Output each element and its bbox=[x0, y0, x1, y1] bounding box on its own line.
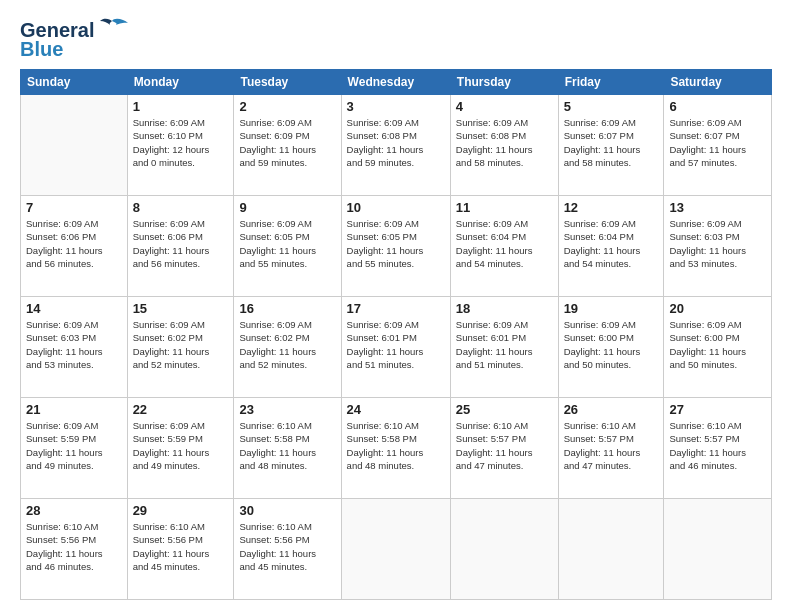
day-info: Sunrise: 6:09 AMSunset: 6:09 PMDaylight:… bbox=[239, 116, 335, 169]
day-info: Sunrise: 6:09 AMSunset: 6:05 PMDaylight:… bbox=[239, 217, 335, 270]
day-info: Sunrise: 6:09 AMSunset: 6:00 PMDaylight:… bbox=[669, 318, 766, 371]
day-cell: 24Sunrise: 6:10 AMSunset: 5:58 PMDayligh… bbox=[341, 398, 450, 499]
day-cell: 30Sunrise: 6:10 AMSunset: 5:56 PMDayligh… bbox=[234, 499, 341, 600]
week-row-3: 14Sunrise: 6:09 AMSunset: 6:03 PMDayligh… bbox=[21, 297, 772, 398]
day-cell: 26Sunrise: 6:10 AMSunset: 5:57 PMDayligh… bbox=[558, 398, 664, 499]
weekday-header-row: SundayMondayTuesdayWednesdayThursdayFrid… bbox=[21, 70, 772, 95]
day-number: 4 bbox=[456, 99, 553, 114]
header: General Blue bbox=[20, 18, 772, 61]
day-cell: 20Sunrise: 6:09 AMSunset: 6:00 PMDayligh… bbox=[664, 297, 772, 398]
weekday-header-friday: Friday bbox=[558, 70, 664, 95]
weekday-header-sunday: Sunday bbox=[21, 70, 128, 95]
day-cell: 23Sunrise: 6:10 AMSunset: 5:58 PMDayligh… bbox=[234, 398, 341, 499]
week-row-5: 28Sunrise: 6:10 AMSunset: 5:56 PMDayligh… bbox=[21, 499, 772, 600]
day-info: Sunrise: 6:09 AMSunset: 6:04 PMDaylight:… bbox=[564, 217, 659, 270]
day-cell bbox=[341, 499, 450, 600]
day-info: Sunrise: 6:09 AMSunset: 6:07 PMDaylight:… bbox=[564, 116, 659, 169]
day-info: Sunrise: 6:09 AMSunset: 6:03 PMDaylight:… bbox=[669, 217, 766, 270]
day-number: 1 bbox=[133, 99, 229, 114]
logo: General Blue bbox=[20, 18, 128, 61]
day-number: 25 bbox=[456, 402, 553, 417]
day-info: Sunrise: 6:09 AMSunset: 6:02 PMDaylight:… bbox=[133, 318, 229, 371]
day-number: 27 bbox=[669, 402, 766, 417]
day-number: 20 bbox=[669, 301, 766, 316]
day-number: 7 bbox=[26, 200, 122, 215]
day-cell bbox=[450, 499, 558, 600]
day-info: Sunrise: 6:09 AMSunset: 6:04 PMDaylight:… bbox=[456, 217, 553, 270]
day-info: Sunrise: 6:09 AMSunset: 6:06 PMDaylight:… bbox=[133, 217, 229, 270]
weekday-header-thursday: Thursday bbox=[450, 70, 558, 95]
day-number: 18 bbox=[456, 301, 553, 316]
day-number: 2 bbox=[239, 99, 335, 114]
day-info: Sunrise: 6:09 AMSunset: 6:03 PMDaylight:… bbox=[26, 318, 122, 371]
day-cell: 27Sunrise: 6:10 AMSunset: 5:57 PMDayligh… bbox=[664, 398, 772, 499]
day-info: Sunrise: 6:10 AMSunset: 5:57 PMDaylight:… bbox=[564, 419, 659, 472]
day-cell: 1Sunrise: 6:09 AMSunset: 6:10 PMDaylight… bbox=[127, 95, 234, 196]
logo-blue-text: Blue bbox=[20, 38, 63, 60]
day-number: 19 bbox=[564, 301, 659, 316]
weekday-header-tuesday: Tuesday bbox=[234, 70, 341, 95]
day-info: Sunrise: 6:09 AMSunset: 6:01 PMDaylight:… bbox=[456, 318, 553, 371]
day-info: Sunrise: 6:09 AMSunset: 6:08 PMDaylight:… bbox=[347, 116, 445, 169]
day-cell: 22Sunrise: 6:09 AMSunset: 5:59 PMDayligh… bbox=[127, 398, 234, 499]
day-number: 12 bbox=[564, 200, 659, 215]
day-number: 28 bbox=[26, 503, 122, 518]
page: General Blue SundayMondayTuesdayWednesda… bbox=[0, 0, 792, 612]
week-row-4: 21Sunrise: 6:09 AMSunset: 5:59 PMDayligh… bbox=[21, 398, 772, 499]
day-cell: 5Sunrise: 6:09 AMSunset: 6:07 PMDaylight… bbox=[558, 95, 664, 196]
day-cell: 2Sunrise: 6:09 AMSunset: 6:09 PMDaylight… bbox=[234, 95, 341, 196]
weekday-header-monday: Monday bbox=[127, 70, 234, 95]
day-cell bbox=[558, 499, 664, 600]
day-number: 24 bbox=[347, 402, 445, 417]
day-info: Sunrise: 6:09 AMSunset: 6:01 PMDaylight:… bbox=[347, 318, 445, 371]
day-info: Sunrise: 6:09 AMSunset: 6:05 PMDaylight:… bbox=[347, 217, 445, 270]
day-number: 11 bbox=[456, 200, 553, 215]
day-info: Sunrise: 6:10 AMSunset: 5:56 PMDaylight:… bbox=[26, 520, 122, 573]
day-cell: 21Sunrise: 6:09 AMSunset: 5:59 PMDayligh… bbox=[21, 398, 128, 499]
day-number: 9 bbox=[239, 200, 335, 215]
day-info: Sunrise: 6:09 AMSunset: 5:59 PMDaylight:… bbox=[26, 419, 122, 472]
calendar-table: SundayMondayTuesdayWednesdayThursdayFrid… bbox=[20, 69, 772, 600]
day-cell: 18Sunrise: 6:09 AMSunset: 6:01 PMDayligh… bbox=[450, 297, 558, 398]
day-cell: 8Sunrise: 6:09 AMSunset: 6:06 PMDaylight… bbox=[127, 196, 234, 297]
day-info: Sunrise: 6:10 AMSunset: 5:56 PMDaylight:… bbox=[133, 520, 229, 573]
day-info: Sunrise: 6:10 AMSunset: 5:58 PMDaylight:… bbox=[347, 419, 445, 472]
day-number: 13 bbox=[669, 200, 766, 215]
day-number: 14 bbox=[26, 301, 122, 316]
day-number: 23 bbox=[239, 402, 335, 417]
weekday-header-saturday: Saturday bbox=[664, 70, 772, 95]
day-number: 26 bbox=[564, 402, 659, 417]
week-row-2: 7Sunrise: 6:09 AMSunset: 6:06 PMDaylight… bbox=[21, 196, 772, 297]
day-cell: 14Sunrise: 6:09 AMSunset: 6:03 PMDayligh… bbox=[21, 297, 128, 398]
day-info: Sunrise: 6:09 AMSunset: 6:00 PMDaylight:… bbox=[564, 318, 659, 371]
weekday-header-wednesday: Wednesday bbox=[341, 70, 450, 95]
day-cell: 6Sunrise: 6:09 AMSunset: 6:07 PMDaylight… bbox=[664, 95, 772, 196]
day-info: Sunrise: 6:09 AMSunset: 6:08 PMDaylight:… bbox=[456, 116, 553, 169]
day-number: 15 bbox=[133, 301, 229, 316]
day-info: Sunrise: 6:09 AMSunset: 5:59 PMDaylight:… bbox=[133, 419, 229, 472]
day-number: 3 bbox=[347, 99, 445, 114]
day-info: Sunrise: 6:09 AMSunset: 6:02 PMDaylight:… bbox=[239, 318, 335, 371]
day-cell: 29Sunrise: 6:10 AMSunset: 5:56 PMDayligh… bbox=[127, 499, 234, 600]
day-cell: 11Sunrise: 6:09 AMSunset: 6:04 PMDayligh… bbox=[450, 196, 558, 297]
day-cell: 3Sunrise: 6:09 AMSunset: 6:08 PMDaylight… bbox=[341, 95, 450, 196]
logo-bird-icon bbox=[96, 17, 128, 39]
day-number: 21 bbox=[26, 402, 122, 417]
day-cell: 19Sunrise: 6:09 AMSunset: 6:00 PMDayligh… bbox=[558, 297, 664, 398]
day-cell: 7Sunrise: 6:09 AMSunset: 6:06 PMDaylight… bbox=[21, 196, 128, 297]
day-number: 17 bbox=[347, 301, 445, 316]
day-number: 8 bbox=[133, 200, 229, 215]
day-number: 6 bbox=[669, 99, 766, 114]
day-cell bbox=[664, 499, 772, 600]
day-info: Sunrise: 6:09 AMSunset: 6:10 PMDaylight:… bbox=[133, 116, 229, 169]
day-info: Sunrise: 6:10 AMSunset: 5:57 PMDaylight:… bbox=[669, 419, 766, 472]
day-cell: 10Sunrise: 6:09 AMSunset: 6:05 PMDayligh… bbox=[341, 196, 450, 297]
day-info: Sunrise: 6:10 AMSunset: 5:56 PMDaylight:… bbox=[239, 520, 335, 573]
day-number: 16 bbox=[239, 301, 335, 316]
day-cell: 13Sunrise: 6:09 AMSunset: 6:03 PMDayligh… bbox=[664, 196, 772, 297]
day-number: 30 bbox=[239, 503, 335, 518]
day-cell: 28Sunrise: 6:10 AMSunset: 5:56 PMDayligh… bbox=[21, 499, 128, 600]
day-info: Sunrise: 6:10 AMSunset: 5:58 PMDaylight:… bbox=[239, 419, 335, 472]
day-cell: 25Sunrise: 6:10 AMSunset: 5:57 PMDayligh… bbox=[450, 398, 558, 499]
day-cell: 17Sunrise: 6:09 AMSunset: 6:01 PMDayligh… bbox=[341, 297, 450, 398]
